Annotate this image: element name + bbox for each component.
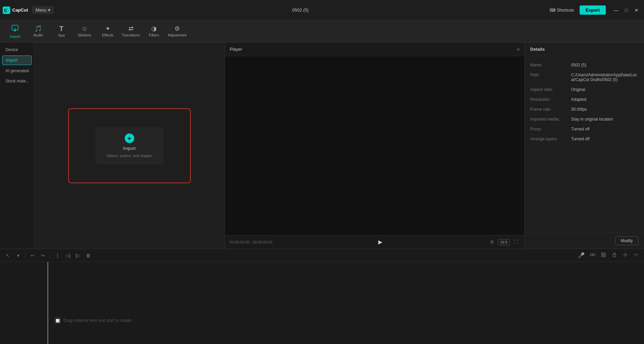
snap-button[interactable] xyxy=(599,251,608,260)
detail-label-resolution: Resolution: xyxy=(530,97,571,102)
transitions-icon: ⇄ xyxy=(128,26,134,32)
detail-value-proxy: Turned off xyxy=(571,127,639,131)
detail-row-framerate: Frame rate: 30.00fps xyxy=(530,105,639,114)
trim-left-button[interactable]: ◁| xyxy=(63,251,72,260)
tl-right-controls: 🎤 xyxy=(577,251,641,260)
minimize-button[interactable]: — xyxy=(611,5,621,15)
detail-row-proxy: Proxy: Turned off xyxy=(530,124,639,134)
menu-button[interactable]: Menu ▾ xyxy=(32,6,54,14)
link-clips-button[interactable] xyxy=(588,251,597,260)
top-right-controls: ⌨ Shortcuts Export — □ ✕ xyxy=(547,5,641,15)
window-controls: — □ ✕ xyxy=(611,5,641,15)
svg-rect-9 xyxy=(601,255,603,257)
detail-value-aspect: Original xyxy=(571,87,639,92)
sidebar-item-ai-generated[interactable]: AI generated xyxy=(2,66,32,75)
details-header: Details xyxy=(525,43,644,56)
detail-value-name: 0502 (5) xyxy=(571,63,639,67)
sidebar-item-device[interactable]: Device xyxy=(2,45,32,54)
sidebar-item-import[interactable]: Import xyxy=(2,56,32,65)
detail-row-imported-media: Imported media: Stay in original locatio… xyxy=(530,114,639,124)
zoom-button[interactable] xyxy=(632,251,641,260)
left-panel: Device Import AI generated Stock mate... xyxy=(0,43,225,249)
select-tool-button[interactable]: ↖ xyxy=(3,251,12,260)
detail-value-resolution: Adapted xyxy=(571,97,639,102)
player-fullscreen-icon[interactable]: ⛶ xyxy=(512,239,520,245)
tool-filters-label: Filters xyxy=(149,33,159,37)
effects-icon: ✦ xyxy=(105,26,110,32)
tool-effects-label: Effects xyxy=(102,33,113,37)
text-icon: T xyxy=(59,25,63,32)
tool-transitions[interactable]: ⇄ Transitions xyxy=(120,22,142,40)
timeline-area: ↖ ▾ ↩ ↪ | ◁| |▷ 🗑 🎤 xyxy=(0,249,644,344)
import-sublabel: Videos, audios, and images xyxy=(106,154,152,158)
sidebar-item-stock-mate[interactable]: Stock mate... xyxy=(2,77,32,85)
detail-label-arrange-layers: Arrange layers xyxy=(530,137,571,141)
detail-row-aspect: Aspect ratio: Original xyxy=(530,85,639,95)
details-panel: Details Name: 0502 (5) Path: C:/Users/Ad… xyxy=(525,43,644,249)
export-button[interactable]: Export xyxy=(580,5,606,15)
import-label: Import xyxy=(123,146,136,151)
maximize-button[interactable]: □ xyxy=(622,5,631,15)
player-ratio-button[interactable]: 16:9 xyxy=(498,239,510,245)
svg-text:C: C xyxy=(4,8,7,13)
detail-value-arrange-layers: Turned off xyxy=(571,137,639,141)
detail-value-framerate: 30.00fps xyxy=(571,107,639,112)
redo-button[interactable]: ↪ xyxy=(39,251,47,260)
timeline-content[interactable]: ⬜ Drag material here and start to create xyxy=(48,262,644,344)
close-button[interactable]: ✕ xyxy=(632,5,641,15)
toolbar: Import 🎵 Audio T Text ☺ Stickers ✦ Effec… xyxy=(0,20,644,43)
tool-import[interactable]: Import xyxy=(4,22,26,40)
tool-stickers-label: Stickers xyxy=(78,33,91,37)
tool-stickers[interactable]: ☺ Stickers xyxy=(74,22,95,40)
undo-button[interactable]: ↩ xyxy=(28,251,37,260)
tool-effects[interactable]: ✦ Effects xyxy=(97,22,119,40)
tool-audio[interactable]: 🎵 Audio xyxy=(27,22,49,40)
timeline-body: ⬜ Drag material here and start to create xyxy=(0,262,644,344)
svg-rect-5 xyxy=(593,254,595,256)
top-bar: C CapCut Menu ▾ 0502 (5) ⌨ Shortcuts Exp… xyxy=(0,0,644,20)
tool-text[interactable]: T Text xyxy=(50,22,72,40)
detail-label-imported-media: Imported media: xyxy=(530,117,571,122)
detail-row-resolution: Resolution: Adapted xyxy=(530,95,639,105)
detail-value-path: C:/Users/Administrator/AppData/Local/Cap… xyxy=(571,73,639,82)
player-settings-icon[interactable]: ⚙ xyxy=(488,239,496,245)
import-drop-area[interactable]: + Import Videos, audios, and images xyxy=(68,108,191,183)
player-body xyxy=(225,56,524,235)
detail-label-aspect: Aspect ratio: xyxy=(530,87,571,92)
timeline-playhead xyxy=(48,262,48,344)
tool-adjustment[interactable]: ⚙ Adjustment xyxy=(166,22,188,40)
details-footer: Modify xyxy=(525,233,644,249)
filters-icon: ◑ xyxy=(151,26,157,32)
player-panel: Player ≡ 00:00:00:00 · 00:00:00:00 ▶ ⚙ 1… xyxy=(225,43,525,249)
svg-rect-4 xyxy=(590,254,592,256)
tool-filters[interactable]: ◑ Filters xyxy=(143,22,165,40)
split-button[interactable]: | xyxy=(53,251,62,260)
play-button[interactable]: ▶ xyxy=(375,237,385,247)
trim-right-button[interactable]: |▷ xyxy=(74,251,82,260)
svg-rect-8 xyxy=(604,253,605,254)
select-tool-dropdown[interactable]: ▾ xyxy=(14,251,22,260)
drag-hint-icon: ⬜ xyxy=(55,317,61,324)
tool-text-label: Text xyxy=(58,33,65,37)
grid-button[interactable] xyxy=(621,251,630,260)
shortcuts-button[interactable]: ⌨ Shortcuts xyxy=(547,6,577,14)
player-menu-icon[interactable]: ≡ xyxy=(517,47,520,52)
delete-button[interactable]: 🗑 xyxy=(84,251,93,260)
timeline-toolbar: ↖ ▾ ↩ ↪ | ◁| |▷ 🗑 🎤 xyxy=(0,249,644,262)
detail-label-path: Path: xyxy=(530,73,571,82)
detail-row-path: Path: C:/Users/Administrator/AppData/Loc… xyxy=(530,70,639,85)
svg-rect-10 xyxy=(604,255,605,257)
app-name: CapCut xyxy=(12,7,28,13)
player-controls: 00:00:00:00 · 00:00:00:00 ▶ ⚙ 16:9 ⛶ xyxy=(225,235,524,249)
modify-button[interactable]: Modify xyxy=(615,236,639,245)
tool-transitions-label: Transitions xyxy=(122,33,140,37)
project-title: 0502 (5) xyxy=(55,7,546,13)
lock-button[interactable] xyxy=(610,251,619,260)
capcut-logo: C xyxy=(3,6,10,14)
player-header: Player ≡ xyxy=(225,43,524,56)
detail-row-name: Name: 0502 (5) xyxy=(530,60,639,70)
tool-adjustment-label: Adjustment xyxy=(168,33,186,37)
tool-audio-label: Audio xyxy=(33,33,43,37)
microphone-button[interactable]: 🎤 xyxy=(577,251,586,259)
detail-label-proxy: Proxy: xyxy=(530,127,571,131)
